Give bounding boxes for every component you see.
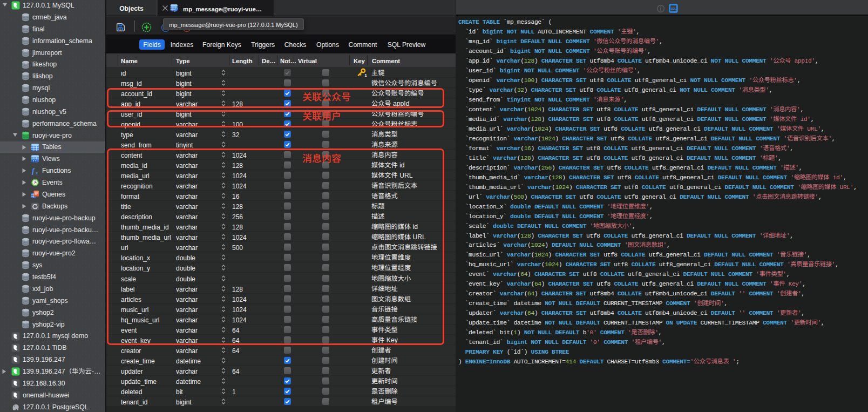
svg-text:f: f (32, 167, 35, 175)
svg-text:SQL: SQL (671, 7, 677, 10)
svg-text:1: 1 (365, 72, 367, 76)
svg-text:x: x (35, 171, 38, 175)
